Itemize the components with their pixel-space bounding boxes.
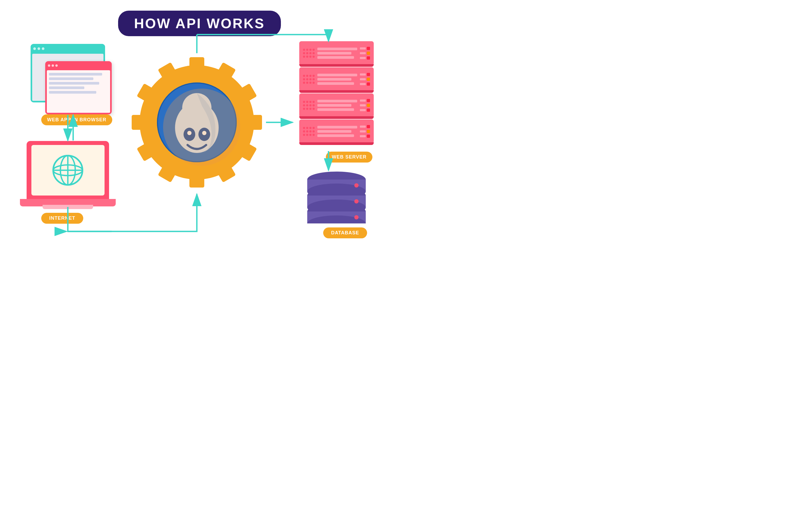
server-dots-1 — [303, 49, 315, 58]
svg-point-25 — [354, 199, 359, 204]
window-dot-3 — [42, 48, 44, 50]
database-label-text: DATABASE — [331, 230, 359, 235]
webapp-label: WEB APP IN BROWSER — [41, 114, 112, 125]
window-dot-r2 — [52, 64, 54, 67]
server-lights-1 — [360, 47, 370, 60]
server-unit-2 — [299, 67, 374, 91]
laptop-foot — [42, 205, 93, 209]
window-dot-r1 — [48, 64, 50, 67]
server-bars-2 — [317, 72, 357, 87]
svg-point-29 — [354, 215, 359, 220]
window-dot-1 — [33, 48, 36, 50]
svg-point-17 — [163, 89, 240, 166]
text-line-1 — [49, 73, 102, 76]
internet-label: INTERNET — [41, 213, 83, 224]
laptop-screen — [32, 145, 104, 195]
svg-point-21 — [354, 183, 359, 188]
text-line-2 — [49, 77, 93, 80]
webserver-label-text: WEB SERVER — [332, 154, 366, 159]
server-lights-3 — [360, 99, 370, 112]
browser-red-content — [47, 70, 110, 113]
laptop-body — [26, 141, 109, 200]
server-dots-4 — [303, 127, 315, 136]
text-line-4 — [49, 87, 84, 89]
window-dot-2 — [38, 48, 40, 50]
server-bars-4 — [317, 124, 357, 139]
server-lights-2 — [360, 73, 370, 86]
server-unit-1 — [299, 41, 374, 65]
webapp-label-text: WEB APP IN BROWSER — [47, 117, 107, 122]
text-line-3 — [49, 82, 99, 84]
database-stack — [303, 170, 370, 224]
gear-container — [128, 53, 266, 191]
server-bars-3 — [317, 98, 357, 113]
server-dots-2 — [303, 75, 315, 84]
server-stack — [299, 41, 374, 144]
text-line-5 — [49, 91, 96, 94]
globe-icon — [52, 154, 84, 186]
internet-label-text: INTERNET — [49, 215, 75, 221]
server-unit-3 — [299, 93, 374, 117]
browser-red-bar — [45, 61, 112, 70]
page-title-container: HOW API WORKS — [118, 11, 281, 36]
page-title: HOW API WORKS — [134, 16, 265, 31]
browser-teal-bar — [31, 44, 105, 53]
server-bars-1 — [317, 45, 357, 61]
server-lights-4 — [360, 125, 370, 138]
webserver-label: WEB SERVER — [326, 152, 373, 163]
gear-drupal-icon — [128, 53, 266, 191]
browser-red-window — [45, 61, 112, 114]
window-dot-r3 — [55, 64, 58, 67]
database-icon — [303, 170, 370, 224]
server-unit-4 — [299, 119, 374, 144]
server-dots-3 — [303, 101, 315, 110]
database-label: DATABASE — [323, 227, 367, 238]
